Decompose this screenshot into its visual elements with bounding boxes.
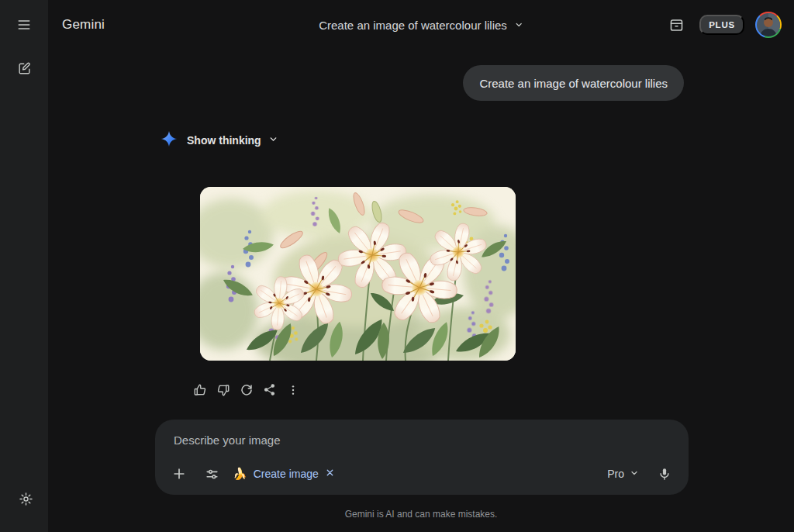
sidebar [0,0,48,532]
user-message-text: Create an image of watercolour lilies [479,77,668,90]
account-avatar[interactable] [755,12,782,38]
mic-icon [658,467,671,481]
top-bar: Gemini Create an image of watercolour li… [48,0,794,50]
conversation-title-label: Create an image of watercolour lilies [319,19,507,32]
share-icon [263,383,276,396]
regenerate-button[interactable] [235,378,257,401]
model-selector[interactable]: Pro [607,468,639,480]
show-thinking-label: Show thinking [187,134,261,147]
create-image-label: Create image [254,468,319,480]
create-image-tool-chip[interactable]: 🍌 Create image [233,467,335,481]
prompt-composer: 🍌 Create image Pro [155,420,689,495]
topbar-right-cluster: PLUS [664,0,782,50]
gemini-logo[interactable]: Gemini [62,0,105,50]
chevron-down-icon [630,468,639,480]
more-vert-icon [287,384,299,396]
chevron-down-icon [514,19,523,32]
avatar-photo [757,13,780,36]
share-button[interactable] [258,378,281,401]
chat-history-button[interactable] [664,12,689,37]
model-label: Pro [607,468,624,480]
tune-sliders-icon [205,467,219,482]
settings-button[interactable] [13,486,38,511]
gemini-app: Gemini Create an image of watercolour li… [0,0,794,532]
thumbs-down-button[interactable] [212,378,234,401]
hamburger-icon [16,17,32,33]
thumbs-up-button[interactable] [188,378,211,401]
microphone-button[interactable] [652,461,677,486]
thumbs-down-icon [216,383,230,397]
chevron-down-icon [268,134,278,147]
user-message-bubble: Create an image of watercolour lilies [463,65,684,101]
main-menu-button[interactable] [12,12,36,37]
model-response-header: Show thinking [161,131,278,150]
show-thinking-toggle[interactable]: Show thinking [187,134,278,147]
conversation-title-dropdown[interactable]: Create an image of watercolour lilies [319,0,523,50]
refresh-icon [240,383,254,397]
gear-icon [19,492,33,506]
response-actions [188,378,304,401]
gemini-sparkle-icon [161,130,178,150]
plus-subscription-badge[interactable]: PLUS [699,15,744,35]
thumbs-up-icon [193,383,207,397]
disclaimer: Gemini is AI and can make mistakes. [48,509,794,520]
plus-icon [171,466,187,482]
generated-image[interactable]: Watercolour painting of white and pale p… [200,187,516,361]
tools-button[interactable] [199,461,224,486]
history-drawer-icon [668,17,685,33]
prompt-input[interactable] [174,430,670,449]
new-chat-button[interactable] [12,56,36,81]
compose-icon [17,61,32,76]
add-attachment-button[interactable] [167,461,192,486]
more-options-button[interactable] [281,378,304,401]
close-icon[interactable] [325,468,335,480]
banana-icon: 🍌 [233,467,247,481]
composer-toolbar: 🍌 Create image Pro [167,461,677,486]
